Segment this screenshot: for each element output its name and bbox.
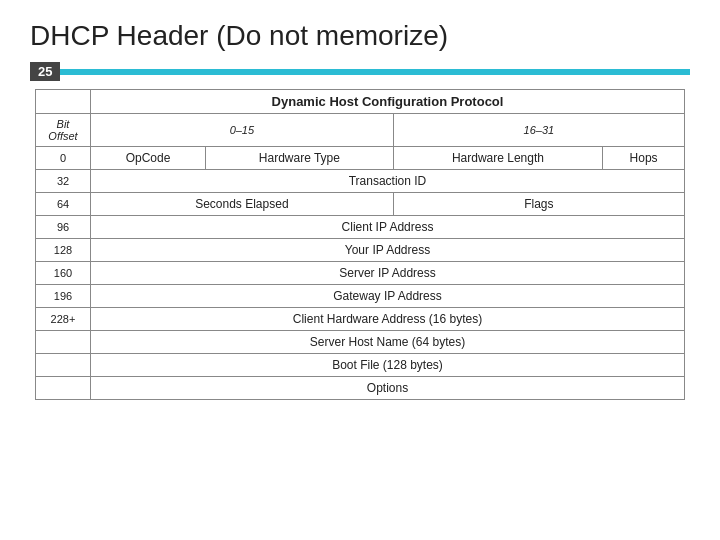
subheader-col1: 0–15 bbox=[91, 114, 394, 147]
table-row: Server Host Name (64 bytes) bbox=[36, 331, 685, 354]
offset-cell: 0 bbox=[36, 147, 91, 170]
client-ip-cell: Client IP Address bbox=[91, 216, 685, 239]
slide-container: DHCP Header (Do not memorize) 25 Dynamic… bbox=[0, 0, 720, 540]
offset-cell bbox=[36, 354, 91, 377]
offset-cell: 228+ bbox=[36, 308, 91, 331]
table-row: Boot File (128 bytes) bbox=[36, 354, 685, 377]
offset-cell: 128 bbox=[36, 239, 91, 262]
offset-cell: 32 bbox=[36, 170, 91, 193]
table-subheader-row: BitOffset 0–15 16–31 bbox=[36, 114, 685, 147]
opcode-cell: OpCode bbox=[91, 147, 206, 170]
slide-title: DHCP Header (Do not memorize) bbox=[30, 20, 690, 52]
slide-number-bar: 25 bbox=[30, 62, 690, 81]
your-ip-cell: Your IP Address bbox=[91, 239, 685, 262]
table-row: 64 Seconds Elapsed Flags bbox=[36, 193, 685, 216]
slide-number: 25 bbox=[30, 62, 60, 81]
seconds-elapsed-cell: Seconds Elapsed bbox=[91, 193, 394, 216]
offset-cell: 160 bbox=[36, 262, 91, 285]
client-hw-addr-cell: Client Hardware Address (16 bytes) bbox=[91, 308, 685, 331]
offset-cell: 96 bbox=[36, 216, 91, 239]
subheader-col2: 16–31 bbox=[393, 114, 684, 147]
table-row: 228+ Client Hardware Address (16 bytes) bbox=[36, 308, 685, 331]
table-row: 160 Server IP Address bbox=[36, 262, 685, 285]
table-main-header-row: Dynamic Host Configuration Protocol bbox=[36, 90, 685, 114]
transaction-id-cell: Transaction ID bbox=[91, 170, 685, 193]
hw-length-cell: Hardware Length bbox=[393, 147, 602, 170]
offset-cell bbox=[36, 331, 91, 354]
flags-cell: Flags bbox=[393, 193, 684, 216]
hops-cell: Hops bbox=[603, 147, 685, 170]
table-row: Options bbox=[36, 377, 685, 400]
table-row: 196 Gateway IP Address bbox=[36, 285, 685, 308]
table-row: 32 Transaction ID bbox=[36, 170, 685, 193]
subheader-bit-offset: BitOffset bbox=[36, 114, 91, 147]
table-row: 128 Your IP Address bbox=[36, 239, 685, 262]
offset-cell bbox=[36, 377, 91, 400]
server-ip-cell: Server IP Address bbox=[91, 262, 685, 285]
offset-cell: 196 bbox=[36, 285, 91, 308]
dhcp-header-table: Dynamic Host Configuration Protocol BitO… bbox=[35, 89, 685, 400]
main-header-offset-cell bbox=[36, 90, 91, 114]
table-row: 96 Client IP Address bbox=[36, 216, 685, 239]
server-host-cell: Server Host Name (64 bytes) bbox=[91, 331, 685, 354]
teal-bar bbox=[60, 69, 690, 75]
options-cell: Options bbox=[91, 377, 685, 400]
table-row: 0 OpCode Hardware Type Hardware Length H… bbox=[36, 147, 685, 170]
boot-file-cell: Boot File (128 bytes) bbox=[91, 354, 685, 377]
table-wrapper: Dynamic Host Configuration Protocol BitO… bbox=[30, 89, 690, 520]
hw-type-cell: Hardware Type bbox=[206, 147, 394, 170]
main-header-title: Dynamic Host Configuration Protocol bbox=[91, 90, 685, 114]
gateway-ip-cell: Gateway IP Address bbox=[91, 285, 685, 308]
offset-cell: 64 bbox=[36, 193, 91, 216]
